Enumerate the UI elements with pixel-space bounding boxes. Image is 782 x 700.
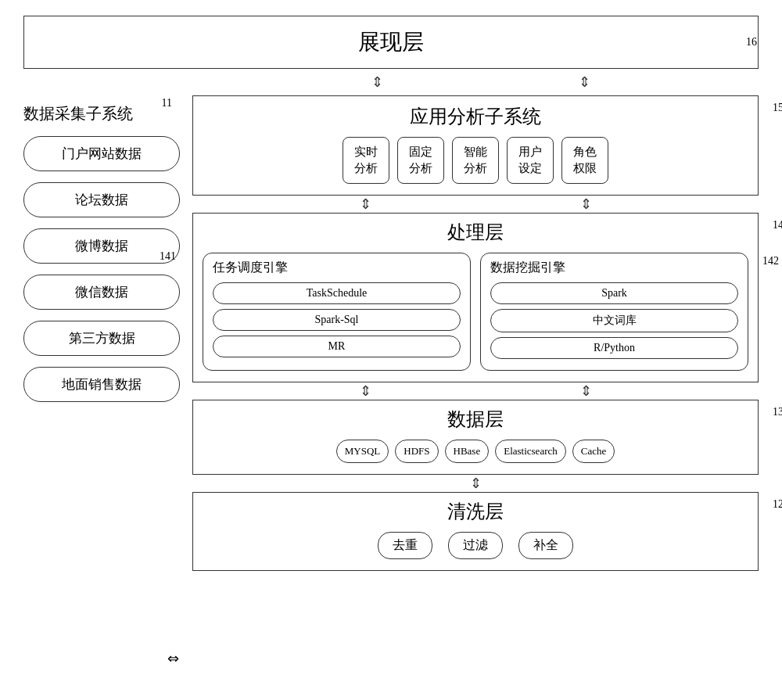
engine2-item3: R/Python	[490, 337, 738, 359]
data-elasticsearch: Elasticsearch	[495, 440, 566, 463]
app-analysis-layer: 应用分析子系统 实时 分析 固定 分析 智能 分析	[192, 95, 759, 196]
cleaning-items: 去重 过滤 补全	[203, 532, 748, 559]
mid-arrow-row-3: ⇕	[192, 475, 759, 492]
data-mysql: MYSQL	[336, 440, 389, 463]
data-collection-title: 数据采集子系统	[23, 103, 180, 124]
engine1-title: 任务调度引擎	[213, 260, 461, 276]
label-11: 11	[162, 97, 172, 109]
label-13: 13	[773, 406, 782, 418]
arrow-5: ⇕	[360, 382, 371, 400]
main-content: 数据采集子系统 11 门户网站数据 论坛数据 微博数据 微信数据 第三方数据 地…	[23, 95, 759, 571]
top-arrow-row: ⇕ ⇕	[23, 70, 759, 94]
data-layer-title: 数据层	[203, 407, 748, 432]
analysis-items: 实时 分析 固定 分析 智能 分析 用户 设定	[203, 137, 748, 184]
arrow-1: ⇕	[371, 74, 383, 91]
label-15: 15	[773, 102, 782, 114]
list-item-sales: 地面销售数据	[23, 367, 180, 402]
data-layer: 数据层 MYSQL HDFS HBase Elasticsearch	[192, 400, 759, 475]
processing-title: 处理层	[203, 220, 748, 245]
processing-engines: 任务调度引擎 TaskSchedule Spark-Sql MR	[203, 253, 748, 371]
data-hbase: HBase	[445, 440, 490, 463]
bottom-lr-arrow: ⇔	[167, 650, 179, 667]
data-hdfs: HDFS	[395, 440, 438, 463]
list-item-forum: 论坛数据	[23, 182, 180, 217]
arrow-7: ⇕	[470, 475, 482, 492]
label-14: 14	[773, 219, 782, 232]
cleaning-title: 清洗层	[203, 499, 748, 524]
label-142: 142	[762, 255, 779, 267]
list-item-thirdparty: 第三方数据	[23, 321, 180, 356]
engine1-item1: TaskSchedule	[213, 282, 461, 304]
label-12: 12	[773, 498, 782, 511]
list-item-weibo: 微博数据	[23, 228, 180, 264]
cleaning-complete: 补全	[518, 532, 573, 559]
data-layer-items: MYSQL HDFS HBase Elasticsearch Cache	[203, 440, 748, 463]
cleaning-filter: 过滤	[448, 532, 503, 559]
arrow-4: ⇕	[580, 196, 592, 213]
left-column: 数据采集子系统 11 门户网站数据 论坛数据 微博数据 微信数据 第三方数据 地…	[23, 95, 180, 571]
analysis-realtime: 实时 分析	[343, 137, 389, 184]
analysis-role: 角色 权限	[561, 137, 608, 184]
analysis-user: 用户 设定	[507, 137, 554, 184]
page-wrapper: 展现层 16 ⇕ ⇕ 数据采集子系统 11 门户网站数据 论坛数据 微博数据 微…	[0, 0, 782, 700]
list-item-wechat: 微信数据	[23, 275, 180, 310]
engine2-item2: 中文词库	[490, 309, 738, 332]
label-16: 16	[746, 36, 757, 48]
analysis-smart: 智能 分析	[452, 137, 499, 184]
processing-layer: 处理层 任务调度引擎 TaskSchedule Spark-Sql	[192, 213, 759, 382]
cleaning-dedup: 去重	[378, 532, 432, 559]
engine-task-schedule: 任务调度引擎 TaskSchedule Spark-Sql MR	[203, 253, 471, 371]
presentation-layer: 展现层	[23, 16, 759, 69]
right-column: 应用分析子系统 实时 分析 固定 分析 智能 分析	[192, 95, 759, 571]
engine2-title: 数据挖掘引擎	[490, 260, 738, 276]
app-analysis-title: 应用分析子系统	[203, 104, 748, 129]
data-cache: Cache	[572, 440, 615, 463]
list-item-portal: 门户网站数据	[23, 136, 180, 171]
label-141: 141	[160, 250, 176, 263]
engine-data-mining: 数据挖掘引擎 Spark 中文词库 R/Python 142	[480, 253, 748, 371]
engine1-item2: Spark-Sql	[213, 309, 461, 331]
engine1-item3: MR	[213, 336, 461, 357]
arrow-2: ⇕	[579, 74, 590, 91]
arrow-3: ⇕	[360, 196, 371, 213]
presentation-title: 展现层	[358, 30, 424, 54]
mid-arrow-row-2: ⇕ ⇕	[192, 382, 759, 400]
analysis-fixed: 固定 分析	[397, 137, 444, 184]
arrow-6: ⇕	[580, 382, 592, 400]
mid-arrow-row-1: ⇕ ⇕	[192, 196, 759, 213]
cleaning-layer: 清洗层 去重 过滤 补全	[192, 492, 759, 571]
engine2-item1: Spark	[490, 282, 738, 304]
